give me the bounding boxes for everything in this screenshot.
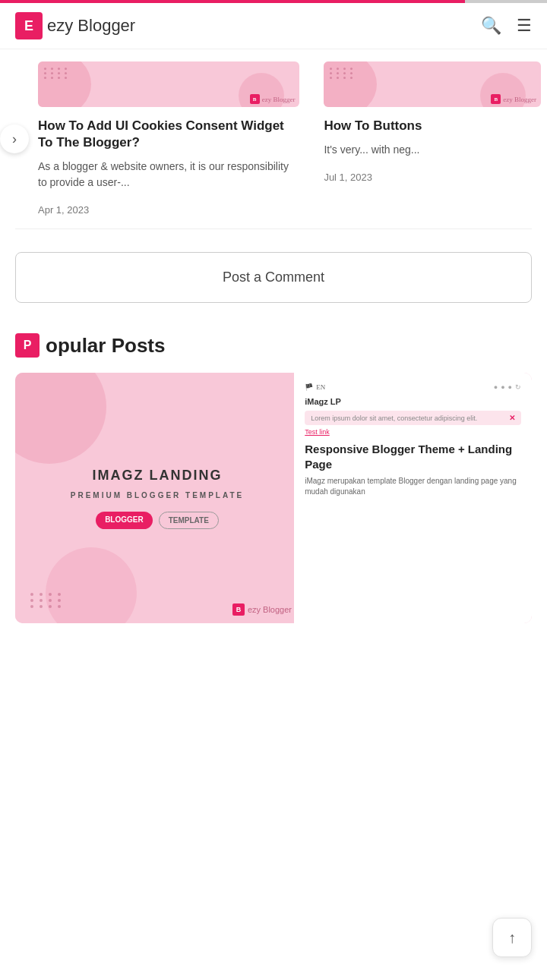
popular-dots-pattern xyxy=(30,593,64,608)
dot xyxy=(58,72,60,74)
search-icon[interactable]: 🔍 xyxy=(481,16,501,36)
post-card-buttons[interactable]: B ezy Blogger How To Buttons It's very..… xyxy=(311,49,547,228)
dot xyxy=(65,77,67,79)
pop-watermark-text: ezy Blogger xyxy=(248,605,292,614)
dot xyxy=(330,68,332,70)
browser-icon-2: ● xyxy=(501,383,504,391)
carousel-track: B ezy Blogger How To Add UI Cookies Cons… xyxy=(0,49,547,228)
dot xyxy=(337,77,339,79)
browser-close-icon: ✕ xyxy=(509,414,515,422)
dot xyxy=(44,68,46,70)
browser-bar: 🏴 EN ● ● ● ↻ xyxy=(305,383,521,391)
post-card-date-cookies: Apr 1, 2023 xyxy=(38,204,89,216)
popular-title-icon: P xyxy=(15,333,40,358)
dot xyxy=(350,72,353,74)
popular-dot xyxy=(49,599,52,602)
popular-post-right-panel: 🏴 EN ● ● ● ↻ iMagz LP Lorem ipsum dolor … xyxy=(294,373,532,623)
browser-action-icons: ● ● ● ↻ xyxy=(494,383,521,391)
browser-search-bar: Lorem ipsum dolor sit amet, consectetur … xyxy=(305,411,521,425)
popular-dot xyxy=(40,599,43,602)
dot xyxy=(51,72,53,74)
popular-posts-section: P opular Posts IMAGZ LANDING PREMIUM BLO… xyxy=(0,326,547,638)
post-card-title-cookies: How To Add UI Cookies Consent Widget To … xyxy=(38,118,299,151)
post-card-date-buttons: Jul 1, 2023 xyxy=(324,172,372,183)
dot xyxy=(44,77,46,79)
carousel-prev-button[interactable]: › xyxy=(0,124,29,153)
card-watermark: B ezy Blogger xyxy=(250,94,296,104)
pop-watermark-icon: B xyxy=(232,603,245,616)
browser-flag-icon-2: EN xyxy=(316,383,325,391)
popular-post-card[interactable]: IMAGZ LANDING PREMIUM BLOGGER TEMPLATE B… xyxy=(15,373,532,623)
watermark-icon: B xyxy=(250,94,260,104)
browser-site-name: iMagz LP xyxy=(305,397,521,406)
dot xyxy=(330,77,332,79)
card-watermark-2: B ezy Blogger xyxy=(491,94,536,104)
dot xyxy=(343,72,346,74)
logo-icon: E xyxy=(15,12,43,39)
dots-pattern-2 xyxy=(330,68,355,79)
post-card-image-cookies: B ezy Blogger xyxy=(38,61,299,107)
post-card-excerpt-buttons: It's very... with neg... xyxy=(324,142,541,158)
dot xyxy=(330,72,332,74)
dot xyxy=(337,72,339,74)
imagz-landing-title: IMAGZ LANDING xyxy=(93,468,223,484)
popular-title-text: opular Posts xyxy=(46,334,165,358)
tag-template: TEMPLATE xyxy=(159,512,219,529)
popular-dot xyxy=(30,605,33,608)
logo-text: ezy Blogger xyxy=(47,16,135,36)
post-card-excerpt-cookies: As a blogger & website owners, it is our… xyxy=(38,159,299,191)
pop-blob-1 xyxy=(15,373,106,464)
browser-icon-4: ↻ xyxy=(515,383,521,391)
pop-blob-2 xyxy=(46,547,137,623)
dot xyxy=(65,68,67,70)
dot xyxy=(343,68,346,70)
popular-dot xyxy=(49,605,52,608)
post-card-image-inner: B ezy Blogger xyxy=(38,61,299,107)
popular-dot xyxy=(40,605,43,608)
dot xyxy=(51,68,53,70)
dot xyxy=(350,68,353,70)
post-card-image-buttons: B ezy Blogger xyxy=(324,61,541,107)
dot xyxy=(51,77,53,79)
dots-pattern xyxy=(44,68,69,79)
watermark-text: ezy Blogger xyxy=(262,96,296,103)
watermark-text-2: ezy Blogger xyxy=(503,96,536,103)
popular-dot xyxy=(58,605,61,608)
popular-posts-title: P opular Posts xyxy=(15,333,532,358)
post-card-title-buttons: How To Buttons xyxy=(324,118,541,134)
popular-dot xyxy=(58,599,61,602)
dot xyxy=(337,68,339,70)
browser-search-text: Lorem ipsum dolor sit amet, consectetur … xyxy=(311,414,477,422)
post-comment-button[interactable]: Post a Comment xyxy=(15,252,532,303)
comment-section: Post a Comment xyxy=(0,229,547,326)
popular-post-left-panel: IMAGZ LANDING PREMIUM BLOGGER TEMPLATE B… xyxy=(15,373,299,623)
dot xyxy=(44,72,46,74)
logo[interactable]: E ezy Blogger xyxy=(15,12,135,39)
popular-post-right-desc: iMagz merupakan template Blogger dengan … xyxy=(305,476,521,497)
popular-dot xyxy=(30,599,33,602)
header-icons: 🔍 ☰ xyxy=(481,16,532,36)
tag-blogger: BLOGGER xyxy=(96,512,153,529)
popular-dot xyxy=(49,593,52,596)
popular-dot xyxy=(40,593,43,596)
browser-link[interactable]: Test link xyxy=(305,428,521,436)
related-posts-carousel: › B ezy Blogger How xyxy=(0,49,547,228)
imagz-tags: BLOGGER TEMPLATE xyxy=(96,512,219,529)
browser-dots: 🏴 EN xyxy=(305,383,325,391)
browser-icon-1: ● xyxy=(494,383,498,391)
dot xyxy=(343,77,346,79)
popular-dot xyxy=(30,593,33,596)
pop-watermark: B ezy Blogger xyxy=(232,603,292,616)
imagz-landing-subtitle: PREMIUM BLOGGER TEMPLATE xyxy=(71,491,244,499)
menu-icon[interactable]: ☰ xyxy=(517,16,532,36)
browser-icon-3: ● xyxy=(508,383,512,391)
dot xyxy=(65,72,67,74)
browser-flag-icon: 🏴 xyxy=(305,383,313,391)
popular-post-right-title: Responsive Blogger Theme + Landing Page xyxy=(305,442,521,471)
post-card-cookies[interactable]: B ezy Blogger How To Add UI Cookies Cons… xyxy=(0,49,311,228)
header: E ezy Blogger 🔍 ☰ xyxy=(0,3,547,49)
popular-dot xyxy=(58,593,61,596)
dot xyxy=(350,77,353,79)
watermark-icon-2: B xyxy=(491,94,501,104)
post-card-image-inner-2: B ezy Blogger xyxy=(324,61,541,107)
